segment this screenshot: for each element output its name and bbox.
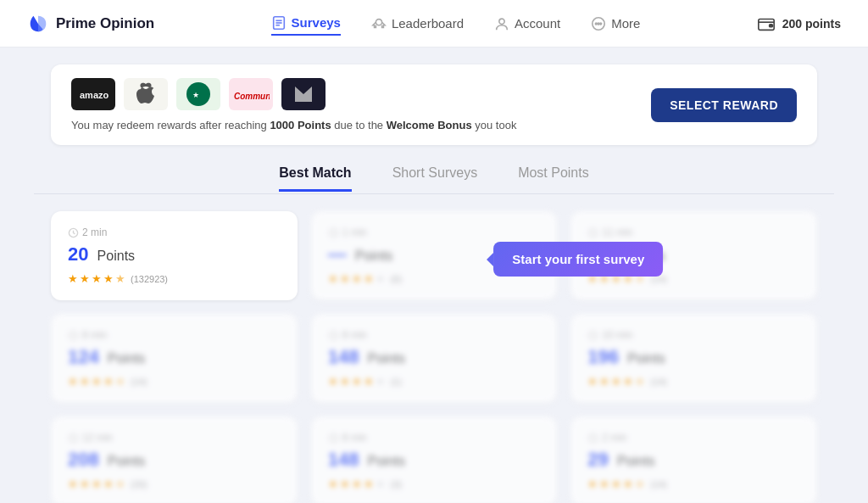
tooltip-box: Start your first survey	[493, 242, 663, 277]
survey-time-8: 8 min	[328, 432, 541, 444]
nav-leaderboard[interactable]: Leaderboard	[371, 13, 464, 35]
clock-icon-8	[328, 433, 339, 444]
survey-points-4: 124 Points	[68, 346, 281, 368]
nav-leaderboard-label: Leaderboard	[392, 16, 464, 31]
points-display: 200 points	[757, 14, 841, 33]
survey-points-8: 148 Points	[328, 449, 541, 471]
surveys-icon	[271, 15, 287, 31]
survey-card-5[interactable]: 8 min 148 Points ★ ★ ★ ★ ★ (1)	[311, 314, 558, 403]
starbucks-logo: ★	[183, 79, 214, 109]
clock-icon-2	[328, 227, 339, 238]
reward-points-threshold: 1000 Points	[270, 119, 331, 131]
nav-account-label: Account	[515, 16, 560, 31]
svg-text:amazon: amazon	[80, 90, 108, 100]
apple-logo	[136, 82, 156, 106]
survey-points-7: 208 Points	[68, 449, 281, 471]
logo-icon	[27, 13, 49, 35]
svg-point-9	[600, 23, 602, 25]
survey-stars-4: ★ ★ ★ ★ ★ (14)	[68, 375, 281, 388]
survey-time-6: 10 min	[587, 329, 800, 341]
reward-red-brand[interactable]: Community	[229, 78, 273, 110]
svg-point-8	[598, 23, 599, 25]
survey-points-6: 196 Points	[587, 346, 800, 368]
survey-card-1[interactable]: 2 min 20 Points ★ ★ ★ ★ ★ (132923)	[51, 211, 298, 300]
nav-surveys[interactable]: Surveys	[271, 12, 341, 36]
header: Prime Opinion Surveys Leaderboard	[0, 0, 868, 48]
survey-stars-5: ★ ★ ★ ★ ★ (1)	[328, 375, 541, 388]
survey-time-1: 2 min	[68, 226, 281, 238]
account-icon	[494, 16, 509, 31]
clock-icon-4	[68, 330, 79, 341]
reward-notice-end: you took	[475, 119, 516, 131]
reward-notice: You may redeem rewards after reaching 10…	[71, 119, 516, 131]
main-nav: Surveys Leaderboard Account M	[271, 12, 641, 36]
svg-text:★: ★	[192, 91, 199, 99]
tooltip-overlay: Start your first survey	[493, 242, 663, 277]
nav-more[interactable]: More	[591, 13, 640, 35]
survey-card-6[interactable]: 10 min 196 Points ★ ★ ★ ★ ★ (14)	[570, 314, 817, 403]
red-brand-logo: Community	[232, 82, 270, 106]
nav-surveys-label: Surveys	[292, 15, 341, 30]
survey-time-5: 8 min	[328, 329, 541, 341]
clock-icon-7	[68, 433, 79, 444]
clock-icon-5	[328, 330, 339, 341]
more-icon	[591, 16, 606, 31]
clock-icon-1	[68, 227, 79, 238]
amazon-logo: amazon	[78, 86, 108, 103]
survey-card-4[interactable]: 8 min 124 Points ★ ★ ★ ★ ★ (14)	[51, 314, 298, 403]
survey-stars-1: ★ ★ ★ ★ ★ (132923)	[68, 272, 281, 285]
survey-time-4: 8 min	[68, 329, 281, 341]
tab-short-surveys[interactable]: Short Surveys	[392, 165, 477, 192]
svg-rect-11	[769, 24, 772, 26]
survey-time-3: 11 min	[587, 226, 800, 238]
reward-notice-text: You may redeem rewards after reaching	[71, 119, 270, 131]
survey-time-7: 12 min	[68, 432, 281, 444]
rewards-banner: amazon ★ Community	[51, 64, 817, 145]
reward-dark-brand[interactable]	[281, 78, 326, 110]
reward-apple[interactable]	[124, 78, 168, 110]
survey-points-9: 29 Points	[587, 449, 800, 471]
points-value: 200 points	[782, 17, 841, 31]
svg-point-7	[596, 23, 598, 25]
survey-stars-9: ★ ★ ★ ★ ★ (14)	[587, 478, 800, 490]
rewards-left: amazon ★ Community	[71, 78, 516, 131]
svg-text:Community: Community	[234, 92, 270, 101]
reward-logos: amazon ★ Community	[71, 78, 516, 110]
tooltip-text: Start your first survey	[512, 252, 644, 266]
svg-point-5	[499, 19, 504, 24]
survey-card-7[interactable]: 12 min 208 Points ★ ★ ★ ★ ★ (33)	[51, 416, 298, 503]
survey-points-5: 148 Points	[328, 346, 541, 368]
select-reward-button[interactable]: SELECT REWARD	[651, 88, 797, 122]
survey-time-9: 2 min	[587, 432, 800, 444]
logo[interactable]: Prime Opinion	[27, 13, 154, 35]
reward-starbucks[interactable]: ★	[176, 78, 220, 110]
survey-grid: Start your first survey 2 min 20 Points …	[0, 194, 868, 503]
survey-card-9[interactable]: 2 min 29 Points ★ ★ ★ ★ ★ (14)	[570, 416, 817, 503]
survey-time-2: 1 min	[328, 226, 541, 238]
nav-account[interactable]: Account	[494, 13, 560, 35]
svg-point-4	[376, 19, 381, 25]
clock-icon-9	[587, 433, 598, 444]
nav-more-label: More	[611, 16, 640, 31]
survey-stars-8: ★ ★ ★ ★ ★ (3)	[328, 478, 541, 490]
wallet-icon	[757, 14, 776, 33]
survey-card-8[interactable]: 8 min 148 Points ★ ★ ★ ★ ★ (3)	[311, 416, 558, 503]
reward-welcome-bonus: Welcome Bonus	[387, 119, 472, 131]
clock-icon-3	[587, 227, 598, 238]
logo-text: Prime Opinion	[56, 15, 154, 32]
leaderboard-icon	[371, 16, 387, 31]
reward-notice-middle: due to the	[334, 119, 386, 131]
tab-best-match[interactable]: Best Match	[279, 165, 351, 192]
clock-icon-6	[587, 330, 598, 341]
survey-points-1: 20 Points	[68, 243, 281, 265]
survey-stars-6: ★ ★ ★ ★ ★ (14)	[587, 375, 800, 388]
dark-brand-logo	[288, 82, 319, 106]
tab-most-points[interactable]: Most Points	[518, 165, 589, 192]
survey-stars-7: ★ ★ ★ ★ ★ (33)	[68, 478, 281, 490]
survey-tabs: Best Match Short Surveys Most Points	[0, 165, 868, 193]
reward-amazon[interactable]: amazon	[71, 78, 115, 110]
